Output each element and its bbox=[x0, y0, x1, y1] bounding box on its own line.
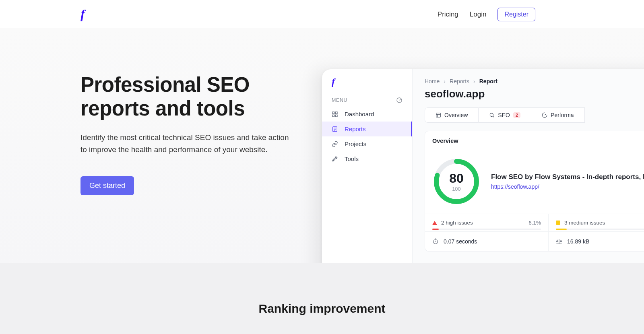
sidebar-item-label: Reports bbox=[345, 126, 366, 132]
dashboard-main: Home › Reports › Report seoflow.app Over… bbox=[413, 69, 644, 263]
sidebar-item-label: Dashboard bbox=[345, 111, 374, 118]
result-url[interactable]: https://seoflow.app/ bbox=[491, 183, 644, 190]
breadcrumb: Home › Reports › Report bbox=[425, 78, 644, 85]
panel-title: Overview bbox=[425, 138, 644, 150]
medium-issues-text: 3 medium issues bbox=[564, 220, 605, 226]
document-icon bbox=[332, 126, 339, 132]
hero-subtitle: Identify the most critical technical SEO… bbox=[80, 132, 290, 155]
score-max: 100 bbox=[452, 186, 461, 192]
sidebar-menu-label: MENU bbox=[332, 97, 347, 103]
high-issues-pct: 6.1% bbox=[528, 220, 541, 226]
triangle-up-icon bbox=[432, 221, 437, 225]
page-size-value: 16.89 kB bbox=[567, 238, 589, 245]
breadcrumb-current: Report bbox=[479, 78, 497, 85]
metrics-row: 0.07 seconds 16.89 kB bbox=[425, 231, 644, 251]
breadcrumb-reports[interactable]: Reports bbox=[450, 78, 469, 85]
register-button[interactable]: Register bbox=[497, 8, 535, 21]
site-title: seoflow.app bbox=[425, 88, 644, 100]
search-icon bbox=[489, 112, 495, 118]
square-icon bbox=[556, 221, 560, 225]
sidebar-item-label: Projects bbox=[345, 140, 366, 147]
stopwatch-icon bbox=[432, 238, 439, 245]
grid-icon bbox=[332, 111, 339, 118]
gauge-icon bbox=[396, 97, 402, 103]
page-size-cell: 16.89 kB bbox=[549, 232, 644, 251]
svg-point-12 bbox=[490, 113, 493, 116]
nav-pricing[interactable]: Pricing bbox=[438, 10, 458, 19]
ranking-section: Ranking improvement bbox=[0, 263, 644, 334]
breadcrumb-home[interactable]: Home bbox=[425, 78, 440, 85]
dashboard-sidebar: f MENU Dashboard Reports bbox=[322, 69, 413, 263]
overview-panel: Overview 80 100 Flow SEO by Flow Sys bbox=[425, 131, 644, 252]
svg-rect-4 bbox=[335, 115, 337, 117]
tab-label: Overview bbox=[444, 112, 468, 118]
sidebar-item-reports[interactable]: Reports bbox=[322, 122, 412, 136]
link-icon bbox=[332, 141, 339, 147]
tab-label: Performa bbox=[551, 112, 574, 118]
svg-line-13 bbox=[493, 116, 494, 118]
issues-row: 2 high issues 6.1% 3 medium issues bbox=[425, 214, 644, 231]
load-time-value: 0.07 seconds bbox=[444, 238, 477, 245]
result-meta: Flow SEO by Flow Systems - In-depth repo… bbox=[491, 173, 644, 190]
svg-rect-9 bbox=[436, 113, 441, 118]
load-time-cell: 0.07 seconds bbox=[425, 232, 549, 251]
hero-copy: Professional SEO reports and tools Ident… bbox=[80, 73, 306, 195]
high-issues-cell: 2 high issues 6.1% bbox=[425, 214, 549, 231]
scale-icon bbox=[556, 238, 562, 245]
chevron-right-icon: › bbox=[473, 78, 475, 85]
tab-overview[interactable]: Overview bbox=[425, 107, 479, 123]
chevron-right-icon: › bbox=[444, 78, 446, 85]
nav-login[interactable]: Login bbox=[470, 10, 487, 19]
high-issues-text: 2 high issues bbox=[441, 220, 473, 226]
report-tabs: Overview SEO 2 Performa bbox=[425, 107, 644, 123]
score-ring: 80 100 bbox=[432, 157, 481, 206]
score-value: 80 bbox=[449, 171, 464, 186]
top-nav: f Pricing Login Register bbox=[0, 0, 644, 29]
tab-label: SEO bbox=[498, 112, 510, 118]
sidebar-menu-header: MENU bbox=[322, 93, 412, 107]
logo-icon: f bbox=[80, 7, 85, 22]
tab-seo[interactable]: SEO 2 bbox=[479, 107, 531, 123]
medium-issues-cell: 3 medium issues bbox=[549, 214, 644, 231]
logo-icon: f bbox=[332, 76, 335, 87]
svg-rect-1 bbox=[332, 112, 334, 114]
svg-rect-2 bbox=[335, 112, 337, 114]
get-started-button[interactable]: Get started bbox=[80, 176, 134, 195]
tab-performance[interactable]: Performa bbox=[531, 107, 585, 123]
nav-links: Pricing Login Register bbox=[438, 8, 535, 21]
sidebar-item-dashboard[interactable]: Dashboard bbox=[322, 107, 412, 122]
sidebar-item-projects[interactable]: Projects bbox=[322, 136, 412, 151]
hero-section: Professional SEO reports and tools Ident… bbox=[0, 29, 644, 263]
svg-rect-3 bbox=[332, 115, 334, 117]
sidebar-item-label: Tools bbox=[345, 155, 359, 162]
result-title: Flow SEO by Flow Systems - In-depth repo… bbox=[491, 173, 644, 181]
hero-title: Professional SEO reports and tools bbox=[80, 73, 306, 120]
dashboard-preview: f MENU Dashboard Reports bbox=[322, 69, 644, 263]
panel-top-row: 80 100 Flow SEO by Flow Systems - In-dep… bbox=[425, 150, 644, 214]
tools-icon bbox=[332, 156, 339, 162]
dashboard-logo: f bbox=[322, 76, 412, 93]
section-heading: Ranking improvement bbox=[0, 302, 644, 315]
layout-icon bbox=[436, 112, 441, 118]
sidebar-item-tools[interactable]: Tools bbox=[322, 151, 412, 166]
speedometer-icon bbox=[542, 112, 547, 118]
seo-badge: 2 bbox=[513, 112, 520, 118]
